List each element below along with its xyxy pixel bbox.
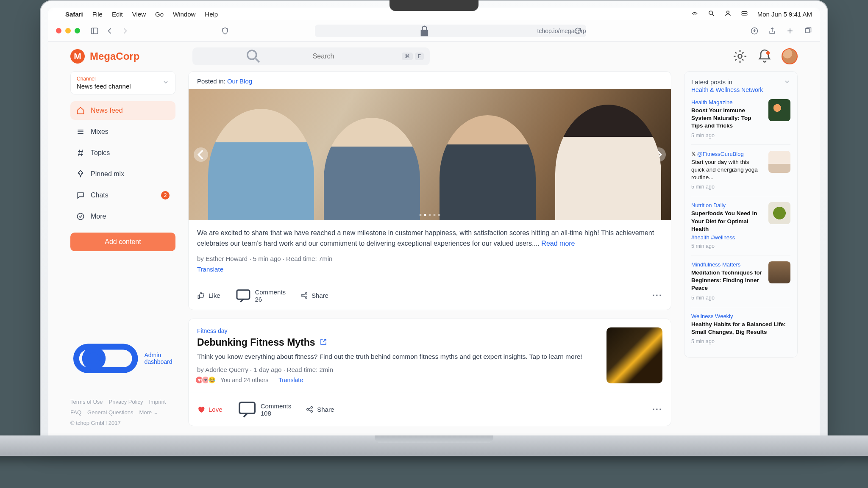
nav-newsfeed[interactable]: News feed <box>70 101 175 120</box>
wifi-icon[interactable] <box>691 10 698 19</box>
reaction-stack[interactable]: ♥♥😂 <box>197 376 216 384</box>
like-button[interactable]: Like <box>197 291 220 299</box>
rail-post-thumb <box>768 261 790 283</box>
admin-dashboard-link[interactable]: Admin dashboard <box>70 323 175 394</box>
mac-menu-go[interactable]: Go <box>155 11 164 18</box>
safari-toolbar: tchop.io/megacorp <box>48 20 820 42</box>
address-bar[interactable]: tchop.io/megacorp <box>315 25 586 37</box>
downloads-icon[interactable] <box>750 27 759 35</box>
more-icon <box>76 212 85 221</box>
rail-post[interactable]: @FitnessGuruBlog Start your day with thi… <box>691 145 790 197</box>
comments-button[interactable]: Comments 26 <box>235 287 286 304</box>
nav-pinned[interactable]: Pinned mix <box>70 165 175 183</box>
post-hero-image[interactable] <box>189 89 671 220</box>
post-category[interactable]: Fitness day <box>197 327 598 334</box>
spotlight-icon[interactable] <box>708 10 715 18</box>
back-button[interactable] <box>106 27 114 35</box>
control-center-icon[interactable] <box>741 10 748 18</box>
mac-menu-file[interactable]: File <box>92 11 103 18</box>
nav-chats[interactable]: Chats 2 <box>70 186 175 205</box>
rail-post-source: Nutrition Daily <box>691 202 763 208</box>
user-icon[interactable] <box>724 10 732 18</box>
post-title[interactable]: Debunking Fitness Myths <box>197 337 598 348</box>
posted-in-label: Posted in: <box>197 78 225 85</box>
privacy-report-icon[interactable] <box>221 27 229 35</box>
forward-button[interactable] <box>121 27 129 35</box>
mac-clock[interactable]: Mon Jun 5 9:41 AM <box>757 11 812 18</box>
notifications-button[interactable] <box>757 49 772 64</box>
sidebar-toggle-icon[interactable] <box>90 27 99 35</box>
mac-menu-view[interactable]: View <box>132 11 146 18</box>
footer-link[interactable]: General Questions <box>87 409 133 416</box>
share-button[interactable]: Share <box>300 291 328 299</box>
post-thumbnail[interactable] <box>606 327 662 383</box>
bell-icon <box>757 49 772 64</box>
home-icon <box>76 106 85 115</box>
svg-rect-6 <box>805 28 810 33</box>
translate-link[interactable]: Translate <box>278 377 303 383</box>
post-more-button[interactable]: ··· <box>652 290 662 301</box>
love-button[interactable]: Love <box>197 405 223 413</box>
tabs-icon[interactable] <box>804 27 812 35</box>
reload-icon[interactable] <box>573 27 582 35</box>
rail-subtitle[interactable]: Health & Wellness Network <box>691 86 763 93</box>
search-input[interactable] <box>313 53 398 60</box>
comment-icon <box>235 287 252 304</box>
settings-button[interactable] <box>732 49 748 64</box>
posted-in-link[interactable]: Our Blog <box>227 78 252 85</box>
brand-logo[interactable]: M MegaCorp <box>70 49 181 64</box>
new-tab-icon[interactable] <box>786 27 794 35</box>
footer-link[interactable]: More ⌄ <box>139 409 158 416</box>
mac-menu-help[interactable]: Help <box>205 11 218 18</box>
gear-icon <box>732 49 748 64</box>
search-bar[interactable]: ⌘ F <box>192 47 430 65</box>
footer-link[interactable]: Privacy Policy <box>109 399 143 405</box>
footer-link[interactable]: Terms of Use <box>70 399 103 405</box>
svg-point-11 <box>85 349 103 367</box>
rail-post-time: 5 min ago <box>691 133 763 139</box>
nav-mixes[interactable]: Mixes <box>70 122 175 141</box>
rail-post-time: 5 min ago <box>691 338 790 344</box>
channel-selector[interactable]: Channel News feed channel <box>70 71 175 94</box>
rail-post-thumb <box>768 99 790 121</box>
heart-icon <box>197 405 205 413</box>
chevron-down-icon[interactable] <box>784 78 790 87</box>
external-link-icon <box>320 337 327 348</box>
mac-menu-window[interactable]: Window <box>173 11 195 18</box>
share-icon <box>306 405 314 413</box>
carousel-dots[interactable] <box>420 214 440 216</box>
window-zoom-button[interactable] <box>75 28 80 33</box>
read-more-link[interactable]: Read more <box>541 240 575 247</box>
channel-name: News feed channel <box>77 83 131 90</box>
translate-link[interactable]: Translate <box>197 266 223 273</box>
window-minimize-button[interactable] <box>65 28 71 33</box>
window-close-button[interactable] <box>56 28 61 33</box>
share-button[interactable]: Share <box>306 405 334 413</box>
chats-badge: 2 <box>161 191 170 200</box>
rail-title: Latest posts in <box>691 78 763 86</box>
search-shortcut: ⌘ F <box>402 53 424 60</box>
user-avatar[interactable] <box>782 48 798 64</box>
svg-point-7 <box>248 50 256 59</box>
add-content-button[interactable]: Add content <box>70 233 175 251</box>
rail-post[interactable]: Mindfulness Matters Meditation Technique… <box>691 255 790 307</box>
rail-post[interactable]: Health Magazine Boost Your Immune System… <box>691 93 790 145</box>
mac-menu-edit[interactable]: Edit <box>112 11 123 18</box>
nav-topics[interactable]: Topics <box>70 144 175 162</box>
app-header: M MegaCorp ⌘ F <box>48 42 820 71</box>
comments-button[interactable]: Comments 108 <box>237 399 292 419</box>
footer-link[interactable]: FAQ <box>70 409 81 416</box>
svg-point-9 <box>78 214 84 220</box>
footer-link[interactable]: Imprint <box>149 399 166 405</box>
svg-point-8 <box>738 55 742 58</box>
post-meta: by Esther Howard · 5 min ago · Read time… <box>197 255 662 262</box>
rail-post-time: 5 min ago <box>691 243 763 249</box>
chat-icon <box>76 191 85 200</box>
mac-app-name[interactable]: Safari <box>65 11 83 18</box>
share-icon[interactable] <box>768 27 776 35</box>
nav-more[interactable]: More <box>70 207 175 226</box>
reactions-summary[interactable]: You and 24 others <box>220 377 268 383</box>
post-more-button[interactable]: ··· <box>652 404 662 415</box>
rail-post[interactable]: Wellness Weekly Healthy Habits for a Bal… <box>691 307 790 350</box>
rail-post[interactable]: Nutrition Daily Superfoods You Need in Y… <box>691 196 790 255</box>
